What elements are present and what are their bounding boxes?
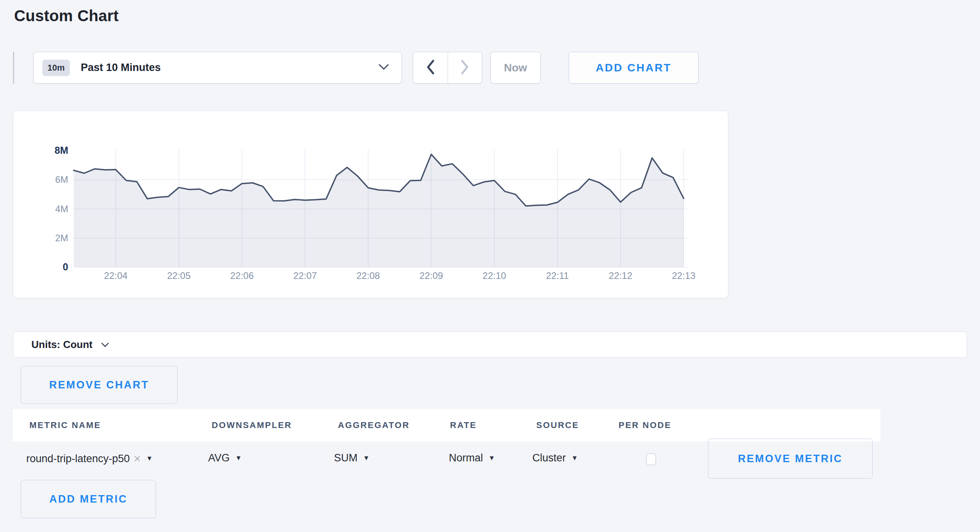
svg-text:22:11: 22:11 [546,270,569,281]
svg-text:6M: 6M [55,174,68,185]
svg-text:22:09: 22:09 [419,270,443,281]
svg-text:22:06: 22:06 [230,270,254,281]
remove-metric-button[interactable]: REMOVE METRIC [708,439,873,479]
column-header-per-node: PER NODE [619,420,671,430]
chevron-left-icon [426,60,435,76]
svg-text:22:13: 22:13 [672,270,695,281]
page-title: Custom Chart [14,7,119,25]
per-node-checkbox[interactable] [646,453,656,465]
next-range-button[interactable] [448,52,482,83]
chart-panel: 22:0422:0522:0622:0722:0822:0922:1022:11… [13,111,728,298]
remove-chart-button[interactable]: REMOVE CHART [21,366,178,404]
metric-name-select[interactable]: round-trip-latency-p50 × ▼ [26,452,153,465]
svg-text:8M: 8M [54,145,68,156]
svg-text:22:12: 22:12 [609,270,632,281]
downsampler-select[interactable]: AVG ▼ [208,452,242,464]
svg-text:2M: 2M [55,233,68,243]
chevron-right-icon [461,60,469,76]
time-range-step-group [413,52,482,84]
rate-select[interactable]: Normal ▼ [449,452,495,464]
now-button[interactable]: Now [490,52,541,84]
add-metric-button[interactable]: ADD METRIC [21,480,156,518]
chevron-down-icon [101,342,109,349]
add-chart-button[interactable]: ADD CHART [569,52,699,84]
dropdown-arrow-icon: ▼ [146,455,153,463]
units-dropdown[interactable]: Units: Count [13,332,967,358]
downsampler-value: AVG [208,452,230,464]
prev-range-button[interactable] [413,52,448,83]
svg-text:22:08: 22:08 [356,270,380,281]
metrics-table-header: METRIC NAME DOWNSAMPLER AGGREGATOR RATE … [13,409,880,441]
aggregator-value: SUM [334,452,358,464]
chevron-down-icon [379,64,389,72]
rate-value: Normal [449,452,483,464]
column-header-aggregator: AGGREGATOR [338,420,410,430]
time-window-badge: 10m [42,60,70,76]
column-header-metric-name: METRIC NAME [29,420,101,430]
dropdown-arrow-icon: ▼ [235,454,242,462]
source-value: Cluster [532,452,566,464]
metrics-area-chart[interactable]: 22:0422:0522:0622:0722:0822:0922:1022:11… [13,111,729,299]
remove-tag-icon[interactable]: × [134,452,141,465]
time-range-dropdown[interactable]: 10m Past 10 Minutes [33,52,402,84]
time-window-label: Past 10 Minutes [81,62,161,74]
aggregator-select[interactable]: SUM ▼ [334,452,370,464]
column-header-downsampler: DOWNSAMPLER [212,420,292,430]
column-header-source: SOURCE [536,420,579,430]
time-range-accent-bar [13,52,14,84]
svg-text:22:05: 22:05 [167,270,191,281]
metric-name-value: round-trip-latency-p50 [26,453,130,465]
dropdown-arrow-icon: ▼ [488,454,495,462]
dropdown-arrow-icon: ▼ [363,454,370,462]
svg-text:22:10: 22:10 [483,270,506,281]
dropdown-arrow-icon: ▼ [572,454,578,462]
svg-text:22:07: 22:07 [293,270,317,281]
svg-text:22:04: 22:04 [104,270,127,281]
column-header-rate: RATE [450,420,477,430]
svg-text:0: 0 [63,261,68,272]
svg-text:4M: 4M [55,204,68,214]
source-select[interactable]: Cluster ▼ [532,452,578,464]
units-label: Units: Count [31,339,93,351]
